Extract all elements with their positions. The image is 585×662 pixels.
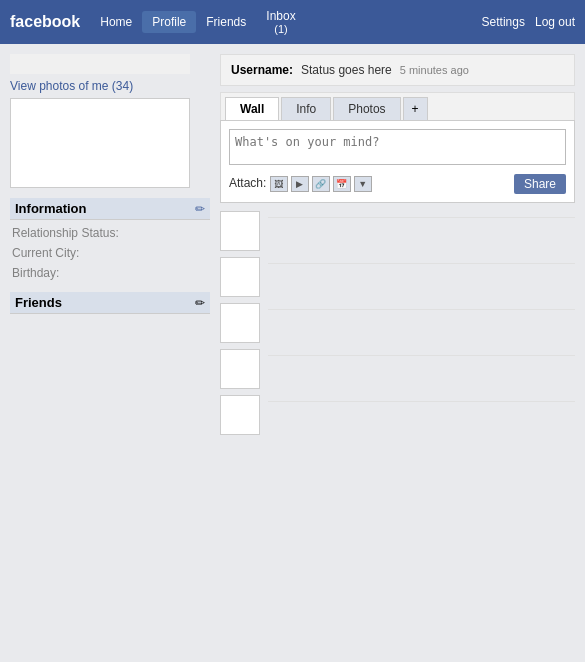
navbar-brand[interactable]: facebook bbox=[10, 13, 80, 31]
feed-thumb-5 bbox=[220, 395, 260, 435]
tab-info[interactable]: Info bbox=[281, 97, 331, 120]
feed-item-1 bbox=[220, 211, 575, 251]
friends-title: Friends bbox=[15, 295, 62, 310]
feed-thumb-2 bbox=[220, 257, 260, 297]
feed-thumb-4 bbox=[220, 349, 260, 389]
feed-item-4 bbox=[220, 349, 575, 389]
page-content: View photos of me (34) Information ✏ Rel… bbox=[0, 44, 585, 451]
feed-content-3 bbox=[268, 303, 575, 310]
feed-thumb-3 bbox=[220, 303, 260, 343]
view-photos-link[interactable]: View photos of me (34) bbox=[10, 79, 210, 93]
wall-actions: Attach: 🖼 ▶ 🔗 📅 ▼ Share bbox=[229, 174, 566, 194]
attach-photo-icon[interactable]: 🖼 bbox=[270, 176, 288, 192]
attach-label: Attach: bbox=[229, 176, 266, 190]
username-label: Username: bbox=[231, 63, 293, 77]
share-button[interactable]: Share bbox=[514, 174, 566, 194]
friends-section-header: Friends ✏ bbox=[10, 292, 210, 314]
friends-edit-icon[interactable]: ✏ bbox=[195, 296, 205, 310]
birthday-field: Birthday: bbox=[10, 264, 210, 284]
tab-wall[interactable]: Wall bbox=[225, 97, 279, 120]
attach-video-icon[interactable]: ▶ bbox=[291, 176, 309, 192]
information-title: Information bbox=[15, 201, 87, 216]
feed-content-2 bbox=[268, 257, 575, 264]
information-section-header: Information ✏ bbox=[10, 198, 210, 220]
tabs-bar: Wall Info Photos + bbox=[220, 92, 575, 120]
attach-event-icon[interactable]: 📅 bbox=[333, 176, 351, 192]
feed-thumb-1 bbox=[220, 211, 260, 251]
feed-item-5 bbox=[220, 395, 575, 435]
attach-link-icon[interactable]: 🔗 bbox=[312, 176, 330, 192]
attach-icons: 🖼 ▶ 🔗 📅 ▼ bbox=[270, 176, 372, 192]
information-section: Information ✏ Relationship Status: Curre… bbox=[10, 198, 210, 284]
navbar: facebook Home Profile Friends Inbox (1) … bbox=[0, 0, 585, 44]
avatar-placeholder bbox=[10, 54, 190, 74]
feed-item-2 bbox=[220, 257, 575, 297]
current-city-field: Current City: bbox=[10, 244, 210, 264]
navbar-left: facebook Home Profile Friends Inbox (1) bbox=[10, 5, 482, 39]
profile-header: Username: Status goes here 5 minutes ago bbox=[220, 54, 575, 86]
main-area: Username: Status goes here 5 minutes ago… bbox=[220, 54, 575, 441]
profile-photo-box bbox=[10, 98, 190, 188]
nav-item-friends[interactable]: Friends bbox=[196, 11, 256, 33]
nav-item-profile[interactable]: Profile bbox=[142, 11, 196, 33]
status-timestamp: 5 minutes ago bbox=[400, 64, 469, 76]
nav-item-home[interactable]: Home bbox=[90, 11, 142, 33]
status-text: Status goes here bbox=[301, 63, 392, 77]
tab-plus[interactable]: + bbox=[403, 97, 428, 120]
feed-content-1 bbox=[268, 211, 575, 218]
navbar-right: Settings Log out bbox=[482, 15, 575, 29]
attach-area: Attach: 🖼 ▶ 🔗 📅 ▼ bbox=[229, 176, 372, 192]
feed-content-5 bbox=[268, 395, 575, 402]
feed-item-3 bbox=[220, 303, 575, 343]
tab-photos[interactable]: Photos bbox=[333, 97, 400, 120]
relationship-status-field: Relationship Status: bbox=[10, 224, 210, 244]
attach-more-icon[interactable]: ▼ bbox=[354, 176, 372, 192]
settings-link[interactable]: Settings bbox=[482, 15, 525, 29]
wall-input[interactable] bbox=[229, 129, 566, 165]
wall-box: Attach: 🖼 ▶ 🔗 📅 ▼ Share bbox=[220, 120, 575, 203]
logout-link[interactable]: Log out bbox=[535, 15, 575, 29]
feed-content-4 bbox=[268, 349, 575, 356]
left-sidebar: View photos of me (34) Information ✏ Rel… bbox=[10, 54, 210, 441]
nav-item-inbox[interactable]: Inbox (1) bbox=[256, 5, 305, 39]
information-edit-icon[interactable]: ✏ bbox=[195, 202, 205, 216]
